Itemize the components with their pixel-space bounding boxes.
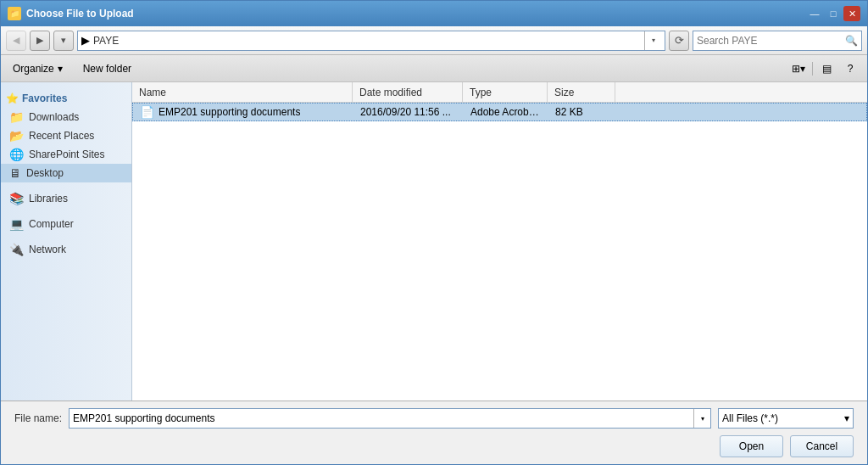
refresh-button[interactable]: ⟳ (669, 31, 689, 51)
back-button[interactable]: ◀ (6, 31, 26, 51)
col-header-date[interactable]: Date modified (353, 82, 463, 102)
network-section: 🔌 Network (1, 240, 131, 259)
address-text: PAYE (93, 35, 641, 47)
bottom-area: File name: ▾ All Files (*.*) ▾ Open Canc… (1, 401, 867, 464)
filetype-dropdown-icon: ▾ (844, 412, 849, 424)
main-area: ⭐ Favorites 📁 Downloads 📂 Recent Places … (1, 82, 867, 401)
col-header-size[interactable]: Size (548, 82, 615, 102)
recent-locations-button[interactable]: ▾ (53, 31, 74, 51)
sidebar-item-recent-places[interactable]: 📂 Recent Places (1, 126, 131, 145)
libraries-section: 📚 Libraries (1, 189, 131, 208)
help-button[interactable]: ? (840, 59, 860, 79)
address-bar: ▶ PAYE ▾ (77, 31, 665, 51)
organize-label: Organize (13, 63, 54, 75)
sidebar-item-sharepoint-sites[interactable]: 🌐 SharePoint Sites (1, 145, 131, 164)
title-bar: 📁 Choose File to Upload — □ ✕ (1, 1, 867, 26)
sidebar-item-downloads[interactable]: 📁 Downloads (1, 108, 131, 126)
minimize-button[interactable]: — (806, 6, 823, 21)
file-type-cell: Adobe Acrobat D... (464, 106, 548, 118)
cancel-button[interactable]: Cancel (790, 435, 854, 457)
sidebar: ⭐ Favorites 📁 Downloads 📂 Recent Places … (1, 82, 132, 401)
desktop-icon: 🖥 (9, 166, 21, 180)
favorites-section: ⭐ Favorites 📁 Downloads 📂 Recent Places … (1, 89, 131, 182)
organize-button[interactable]: Organize ▾ (8, 60, 68, 77)
col-header-type[interactable]: Type (463, 82, 548, 102)
folder-icon: ▶ (81, 34, 90, 47)
view-controls: ⊞▾ ▤ ? (788, 59, 860, 79)
preview-pane-button[interactable]: ▤ (816, 59, 837, 79)
search-box: 🔍 (693, 31, 862, 51)
filename-row: File name: ▾ All Files (*.*) ▾ (14, 408, 854, 429)
file-name-cell: 📄 EMP201 supporting documents (133, 105, 353, 119)
computer-icon: 💻 (9, 217, 24, 231)
table-row[interactable]: 📄 EMP201 supporting documents 2016/09/20… (132, 103, 867, 121)
sidebar-item-desktop[interactable]: 🖥 Desktop (1, 164, 131, 182)
filename-input[interactable] (70, 412, 693, 424)
forward-button[interactable]: ▶ (30, 31, 50, 51)
search-icon[interactable]: 🔍 (845, 35, 858, 47)
title-bar-controls: — □ ✕ (806, 6, 860, 21)
computer-section: 💻 Computer (1, 215, 131, 233)
file-size-cell: 82 KB (548, 106, 616, 118)
file-list: Name Date modified Type Size 📄 EMP201 su… (132, 82, 867, 401)
favorites-header[interactable]: ⭐ Favorites (1, 89, 131, 108)
star-icon: ⭐ (6, 92, 19, 104)
file-upload-dialog: 📁 Choose File to Upload — □ ✕ ◀ ▶ ▾ ▶ PA… (0, 0, 868, 465)
filename-label: File name: (14, 412, 62, 424)
recent-places-icon: 📂 (9, 129, 24, 143)
open-button[interactable]: Open (720, 435, 783, 457)
network-icon: 🔌 (9, 243, 24, 256)
file-list-header: Name Date modified Type Size (132, 82, 867, 103)
col-header-name[interactable]: Name (132, 82, 353, 102)
toolbar: ◀ ▶ ▾ ▶ PAYE ▾ ⟳ 🔍 (1, 26, 867, 55)
downloads-icon: 📁 (9, 110, 24, 124)
filename-dropdown-button[interactable]: ▾ (693, 409, 710, 428)
dialog-title: Choose File to Upload (26, 8, 134, 20)
search-input[interactable] (697, 35, 845, 47)
view-dropdown-button[interactable]: ⊞▾ (788, 59, 809, 79)
action-row: Open Cancel (14, 435, 854, 457)
organize-bar: Organize ▾ New folder ⊞▾ ▤ ? (1, 55, 867, 82)
sidebar-item-libraries[interactable]: 📚 Libraries (1, 189, 131, 208)
title-bar-left: 📁 Choose File to Upload (8, 7, 134, 20)
sharepoint-icon: 🌐 (9, 148, 24, 161)
libraries-icon: 📚 (9, 192, 24, 205)
dialog-icon: 📁 (8, 7, 21, 20)
sidebar-item-computer[interactable]: 💻 Computer (1, 215, 131, 233)
file-date-cell: 2016/09/20 11:56 ... (353, 106, 464, 118)
pdf-file-icon: 📄 (140, 105, 153, 119)
file-list-body: 📄 EMP201 supporting documents 2016/09/20… (132, 103, 867, 401)
organize-dropdown-icon: ▾ (58, 63, 63, 75)
sidebar-item-network[interactable]: 🔌 Network (1, 240, 131, 259)
address-dropdown-button[interactable]: ▾ (644, 31, 661, 50)
filename-input-wrap: ▾ (69, 408, 711, 429)
filetype-select[interactable]: All Files (*.*) ▾ (718, 408, 854, 429)
new-folder-button[interactable]: New folder (78, 60, 136, 77)
maximize-button[interactable]: □ (825, 6, 842, 21)
view-separator (812, 62, 813, 76)
close-button[interactable]: ✕ (843, 6, 860, 21)
